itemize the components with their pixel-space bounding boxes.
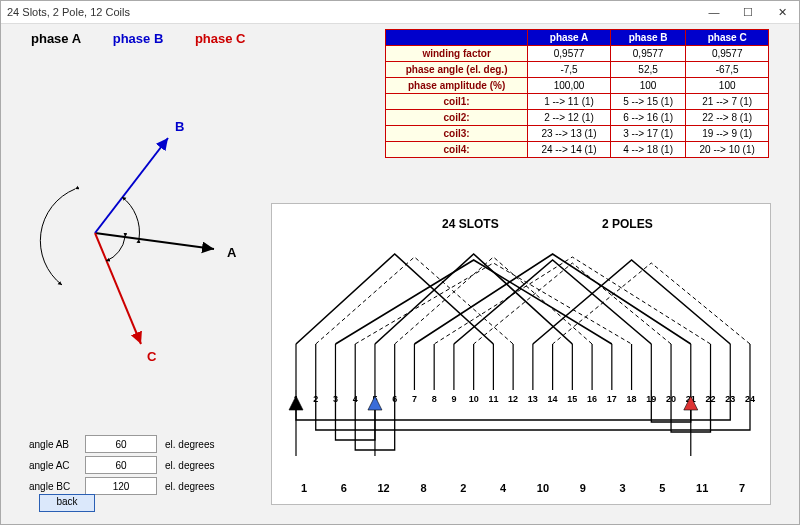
row-head: coil2: (386, 110, 528, 126)
maximize-button[interactable]: ☐ (731, 1, 765, 23)
svg-text:2: 2 (460, 482, 466, 494)
th-c: phase C (686, 30, 769, 46)
winding-diagram: 24 SLOTS 2 POLES 12345678910111213141516… (271, 203, 771, 505)
phasor-b-label: B (175, 119, 184, 134)
cell-c: 20 --> 10 (1) (686, 142, 769, 158)
svg-text:12: 12 (378, 482, 390, 494)
minimize-button[interactable]: — (697, 1, 731, 23)
row-head: phase amplitude (%) (386, 78, 528, 94)
row-head: phase angle (el. deg.) (386, 62, 528, 78)
cell-a: -7,5 (528, 62, 611, 78)
arc-ab (122, 197, 139, 239)
cell-a: 1 --> 11 (1) (528, 94, 611, 110)
angle-ac-unit: el. degrees (165, 460, 214, 471)
close-button[interactable]: ✕ (765, 1, 799, 23)
label-phase-c: phase C (195, 31, 246, 46)
angle-ab-unit: el. degrees (165, 439, 214, 450)
cell-c: 21 --> 7 (1) (686, 94, 769, 110)
th-a: phase A (528, 30, 611, 46)
row-head: winding factor (386, 46, 528, 62)
cell-c: 22 --> 8 (1) (686, 110, 769, 126)
svg-text:7: 7 (412, 394, 417, 404)
cell-b: 0,9577 (610, 46, 685, 62)
svg-text:16: 16 (587, 394, 597, 404)
cell-b: 3 --> 17 (1) (610, 126, 685, 142)
svg-text:15: 15 (567, 394, 577, 404)
arc-bc (40, 189, 75, 285)
cell-c: 19 --> 9 (1) (686, 126, 769, 142)
phasor-diagram: A B C (15, 63, 265, 363)
svg-text:3: 3 (619, 482, 625, 494)
svg-text:13: 13 (528, 394, 538, 404)
label-phase-a: phase A (31, 31, 81, 46)
svg-text:6: 6 (341, 482, 347, 494)
svg-text:5: 5 (659, 482, 665, 494)
diagram-slot-title: 24 SLOTS (442, 217, 499, 231)
phasor-b (95, 138, 168, 233)
phase-labels: phase A phase B phase C (31, 31, 274, 46)
cell-b: 4 --> 18 (1) (610, 142, 685, 158)
svg-text:11: 11 (488, 394, 498, 404)
angle-readout: angle AB el. degrees angle AC el. degree… (29, 435, 214, 498)
row-head: coil3: (386, 126, 528, 142)
phasor-a (95, 233, 214, 249)
svg-text:10: 10 (537, 482, 549, 494)
th-b: phase B (610, 30, 685, 46)
th-blank (386, 30, 528, 46)
cell-a: 24 --> 14 (1) (528, 142, 611, 158)
titlebar: 24 Slots, 2 Pole, 12 Coils — ☐ ✕ (1, 1, 799, 24)
angle-ab-input[interactable] (85, 435, 157, 453)
cell-b: 5 --> 15 (1) (610, 94, 685, 110)
angle-ac-label: angle AC (29, 460, 85, 471)
svg-text:17: 17 (607, 394, 617, 404)
angle-bc-unit: el. degrees (165, 481, 214, 492)
cell-a: 100,00 (528, 78, 611, 94)
label-phase-b: phase B (113, 31, 164, 46)
app-window: 24 Slots, 2 Pole, 12 Coils — ☐ ✕ phase A… (0, 0, 800, 525)
diagram-pole-title: 2 POLES (602, 217, 653, 231)
angle-ab-label: angle AB (29, 439, 85, 450)
angle-bc-input[interactable] (85, 477, 157, 495)
svg-text:8: 8 (432, 394, 437, 404)
cell-c: -67,5 (686, 62, 769, 78)
svg-text:10: 10 (469, 394, 479, 404)
row-head: coil4: (386, 142, 528, 158)
phasor-c-label: C (147, 349, 157, 363)
cell-c: 0,9577 (686, 46, 769, 62)
row-head: coil1: (386, 94, 528, 110)
winding-table: phase A phase B phase C winding factor0,… (385, 29, 769, 158)
cell-b: 6 --> 16 (1) (610, 110, 685, 126)
back-button[interactable]: back (39, 494, 95, 512)
cell-c: 100 (686, 78, 769, 94)
cell-a: 0,9577 (528, 46, 611, 62)
svg-text:11: 11 (696, 482, 708, 494)
cell-b: 52,5 (610, 62, 685, 78)
svg-text:18: 18 (627, 394, 637, 404)
angle-ac-input[interactable] (85, 456, 157, 474)
svg-text:9: 9 (580, 482, 586, 494)
phasor-c (95, 233, 141, 344)
svg-text:12: 12 (508, 394, 518, 404)
content-area: phase A phase B phase C A B C (1, 23, 799, 524)
svg-text:9: 9 (451, 394, 456, 404)
cell-a: 2 --> 12 (1) (528, 110, 611, 126)
svg-text:4: 4 (500, 482, 507, 494)
cell-a: 23 --> 13 (1) (528, 126, 611, 142)
arc-ac (106, 237, 125, 261)
svg-text:8: 8 (420, 482, 426, 494)
svg-text:1: 1 (301, 482, 307, 494)
svg-text:14: 14 (548, 394, 558, 404)
cell-b: 100 (610, 78, 685, 94)
phasor-a-label: A (227, 245, 237, 260)
angle-bc-label: angle BC (29, 481, 85, 492)
svg-text:7: 7 (739, 482, 745, 494)
window-title: 24 Slots, 2 Pole, 12 Coils (7, 6, 130, 18)
